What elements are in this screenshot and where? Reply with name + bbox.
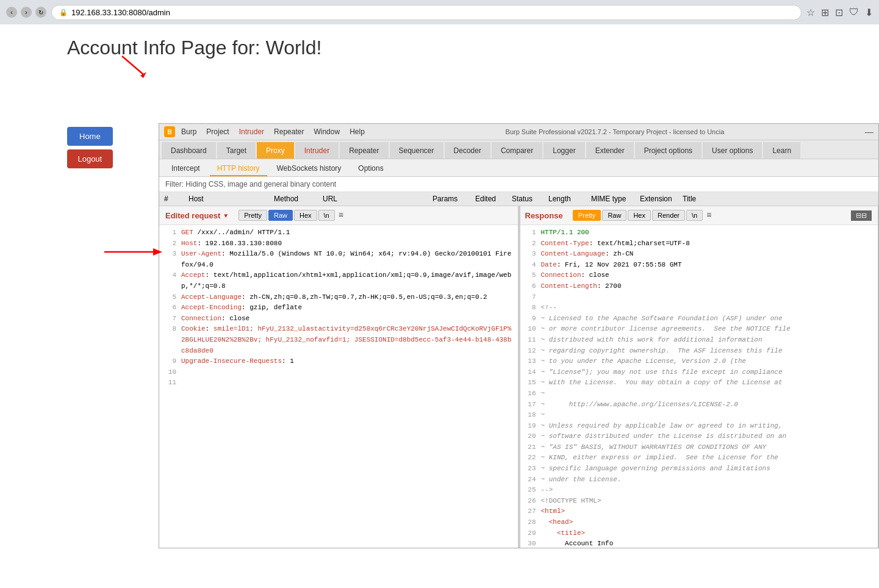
res-line-10: 10 ~ or more contributor license agreeme… <box>524 324 874 335</box>
refresh-button[interactable]: ↻ <box>35 7 46 18</box>
request-format-buttons: Pretty Raw Hex \n ≡ <box>239 210 343 221</box>
logout-button[interactable]: Logout <box>67 149 113 168</box>
res-fmt-hex[interactable]: Hex <box>628 210 651 221</box>
col-host: Host <box>188 195 274 203</box>
tab-dashboard[interactable]: Dashboard <box>162 142 216 159</box>
res-fmt-pretty[interactable]: Pretty <box>573 210 601 221</box>
req-line-10: 10 <box>164 367 514 378</box>
response-panel: Response Pretty Raw Hex Render \n ≡ ⊟⊟ 1… <box>519 206 879 548</box>
tab-extender[interactable]: Extender <box>586 142 634 159</box>
tab-learn[interactable]: Learn <box>763 142 800 159</box>
req-fmt-pretty[interactable]: Pretty <box>239 210 267 221</box>
burp-logo: B <box>164 126 175 137</box>
subtab-http-history[interactable]: HTTP history <box>210 162 267 176</box>
res-line-26: 26 <!DOCTYPE HTML> <box>524 496 874 507</box>
split-toggle-button[interactable]: ⊟⊟ <box>851 210 872 221</box>
res-line-6: 6 Content-Length: 2700 <box>524 281 874 292</box>
table-header: # Host Method URL Params Edited Status L… <box>159 192 878 206</box>
forward-button[interactable]: › <box>21 7 32 18</box>
subtab-intercept[interactable]: Intercept <box>164 162 207 176</box>
tab-logger[interactable]: Logger <box>544 142 584 159</box>
tab-repeater[interactable]: Repeater <box>340 142 388 159</box>
col-mime: MIME type <box>591 195 640 203</box>
tab-sequencer[interactable]: Sequencer <box>390 142 443 159</box>
req-fmt-newline[interactable]: \n <box>318 210 335 221</box>
tab-intruder[interactable]: Intruder <box>295 142 339 159</box>
res-line-7: 7 <box>524 292 874 303</box>
res-line-13: 13 ~ to you under the Apache License, Ve… <box>524 356 874 367</box>
main-tabs: Dashboard Target Proxy Intruder Repeater… <box>159 140 878 159</box>
tab-proxy[interactable]: Proxy <box>257 142 294 159</box>
col-method: Method <box>274 195 323 203</box>
tab-target[interactable]: Target <box>217 142 256 159</box>
req-line-1: 1 GET /xxx/../admin/ HTTP/1.1 <box>164 228 514 238</box>
col-status: Status <box>512 195 548 203</box>
tab-user-options[interactable]: User options <box>703 142 762 159</box>
res-line-11: 11 ~ distributed with this work for addi… <box>524 335 874 346</box>
res-line-2: 2 Content-Type: text/html;charset=UTF-8 <box>524 238 874 249</box>
res-line-15: 15 ~ with the License. You may obtain a … <box>524 378 874 389</box>
shield-icon[interactable]: 🛡 <box>849 7 859 18</box>
dropdown-arrow-icon[interactable]: ▼ <box>223 212 229 219</box>
res-menu-icon[interactable]: ≡ <box>706 210 711 221</box>
res-fmt-newline[interactable]: \n <box>686 210 703 221</box>
req-menu-icon[interactable]: ≡ <box>339 210 343 221</box>
tab-project-options[interactable]: Project options <box>635 142 701 159</box>
request-panel: Edited request ▼ Pretty Raw Hex \n ≡ 1 G… <box>159 206 519 548</box>
browser-actions: ☆ ⊞ ⊡ 🛡 ⬇ <box>806 7 873 18</box>
req-res-area: Edited request ▼ Pretty Raw Hex \n ≡ 1 G… <box>159 206 878 548</box>
res-line-28: 28 <head> <box>524 517 874 528</box>
burp-window: B Burp Project Intruder Repeater Window … <box>159 123 879 548</box>
res-line-22: 22 ~ KIND, either express or implied. Se… <box>524 453 874 464</box>
res-line-12: 12 ~ regarding copyright ownership. The … <box>524 346 874 357</box>
filter-bar[interactable]: Filter: Hiding CSS, image and general bi… <box>159 177 878 192</box>
menu-help[interactable]: Help <box>350 127 365 136</box>
res-line-19: 19 ~ Unless required by applicable law o… <box>524 421 874 432</box>
response-label: Response <box>525 211 563 220</box>
burp-close-button[interactable]: — <box>865 127 874 137</box>
home-button[interactable]: Home <box>67 127 113 146</box>
page-title: Account Info Page for: World! <box>67 37 861 59</box>
req-line-3: 3 User-Agent: Mozilla/5.0 (Windows NT 10… <box>164 249 514 270</box>
subtab-options[interactable]: Options <box>351 162 390 176</box>
tab-decoder[interactable]: Decoder <box>445 142 490 159</box>
browser-chrome: ‹ › ↻ 🔒 192.168.33.130:8080/admin ☆ ⊞ ⊡ … <box>0 0 879 24</box>
res-line-8: 8 <!-- <box>524 303 874 314</box>
res-line-18: 18 ~ <box>524 410 874 421</box>
request-code-area[interactable]: 1 GET /xxx/../admin/ HTTP/1.1 2 Host: 19… <box>159 225 518 548</box>
response-format-buttons: Pretty Raw Hex Render \n ≡ <box>573 210 712 221</box>
url-bar[interactable]: 🔒 192.168.33.130:8080/admin <box>51 5 802 20</box>
res-line-4: 4 Date: Fri, 12 Nov 2021 07:55:58 GMT <box>524 260 874 271</box>
res-line-29: 29 <title> <box>524 528 874 539</box>
menu-intruder[interactable]: Intruder <box>239 127 264 136</box>
download-icon[interactable]: ⬇ <box>865 7 873 18</box>
page-header: Account Info Page for: World! <box>0 24 879 77</box>
res-fmt-raw[interactable]: Raw <box>602 210 626 221</box>
back-button[interactable]: ‹ <box>6 7 17 18</box>
profile-icon[interactable]: ⊡ <box>835 7 843 18</box>
menu-burp[interactable]: Burp <box>181 127 196 136</box>
req-line-2: 2 Host: 192.168.33.130:8080 <box>164 238 514 249</box>
res-fmt-render[interactable]: Render <box>652 210 685 221</box>
menu-repeater[interactable]: Repeater <box>274 127 304 136</box>
star-icon[interactable]: ☆ <box>806 7 815 18</box>
response-panel-header: Response Pretty Raw Hex Render \n ≡ ⊟⊟ <box>519 206 878 225</box>
browser-controls: ‹ › ↻ <box>6 7 46 18</box>
edited-request-text: Edited request <box>165 211 220 220</box>
req-line-11: 11 <box>164 378 514 389</box>
res-line-30: 30 Account Info <box>524 539 874 548</box>
subtab-websockets[interactable]: WebSockets history <box>270 162 349 176</box>
split-handle[interactable] <box>518 206 520 548</box>
col-num: # <box>164 195 188 203</box>
col-url: URL <box>323 195 432 203</box>
response-code-area[interactable]: 1 HTTP/1.1 200 2 Content-Type: text/html… <box>519 225 878 548</box>
req-fmt-raw[interactable]: Raw <box>268 210 293 221</box>
res-line-16: 16 ~ <box>524 389 874 400</box>
menu-project[interactable]: Project <box>206 127 229 136</box>
req-fmt-hex[interactable]: Hex <box>294 210 317 221</box>
extensions-icon[interactable]: ⊞ <box>821 7 829 18</box>
menu-window[interactable]: Window <box>314 127 340 136</box>
res-line-17: 17 ~ http://www.apache.org/licenses/LICE… <box>524 400 874 411</box>
tab-comparer[interactable]: Comparer <box>492 142 542 159</box>
res-line-5: 5 Connection: close <box>524 270 874 281</box>
